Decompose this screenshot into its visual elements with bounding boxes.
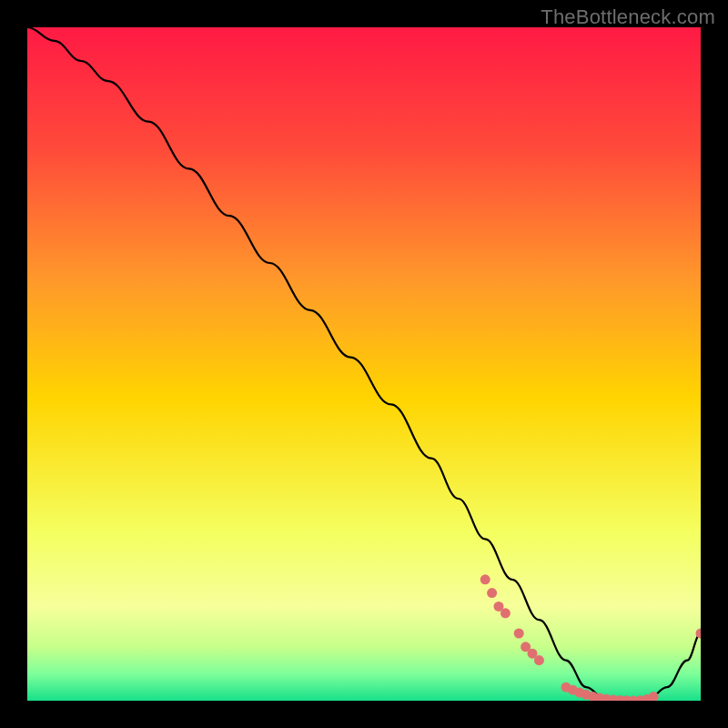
data-point (487, 588, 497, 598)
data-point (514, 629, 524, 639)
watermark-text: TheBottleneck.com (541, 5, 715, 29)
data-point (534, 655, 544, 665)
bottleneck-chart (27, 27, 701, 701)
chart-svg (27, 27, 701, 701)
data-point (500, 608, 511, 618)
gradient-background (27, 27, 701, 701)
data-point (480, 574, 490, 584)
